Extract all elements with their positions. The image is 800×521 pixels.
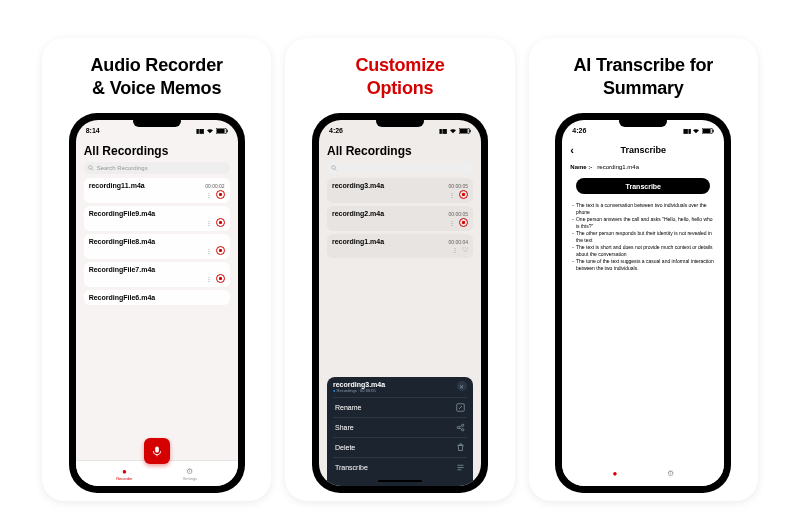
svg-line-4 xyxy=(92,169,94,171)
recording-name: recording11.m4a xyxy=(89,182,145,189)
more-icon[interactable]: ⋮ xyxy=(452,247,458,253)
tab-settings[interactable]: ⚙ Settings xyxy=(183,467,197,481)
recording-item[interactable]: RecordingFile7.m4a ⋮ xyxy=(84,262,230,287)
status-time: 8:14 xyxy=(86,127,100,134)
svg-point-3 xyxy=(88,166,92,170)
recording-item[interactable]: recording2.m4a00:00:05 ⋮ xyxy=(327,206,473,231)
search-icon xyxy=(88,165,94,171)
panel-transcribe: AI Transcribe for Summary 4:26 ▮▮▮ ‹ Tra… xyxy=(529,38,758,501)
panel-audio-recorder: Audio Recorder & Voice Memos 8:14 ▮▮▮ Al… xyxy=(42,38,271,501)
stop-icon[interactable] xyxy=(216,246,225,255)
sheet-share[interactable]: Share xyxy=(333,417,467,437)
stop-icon[interactable] xyxy=(459,190,468,199)
edit-icon xyxy=(456,403,465,412)
page-heading: All Recordings xyxy=(327,144,473,158)
status-time: 4:26 xyxy=(329,127,343,134)
status-time: 4:26 xyxy=(572,127,586,134)
search-placeholder: Search Recordings xyxy=(97,165,148,171)
record-button[interactable] xyxy=(144,438,170,464)
gear-icon: ⚙ xyxy=(667,469,674,478)
signal-icon: ▮▮▮ xyxy=(683,127,691,134)
notch xyxy=(619,115,667,127)
signal-icon: ▮▮▮ xyxy=(439,127,447,134)
share-icon xyxy=(456,423,465,432)
battery-icon xyxy=(216,128,228,134)
sheet-subtitle: ● Recordings · 00:00:05 xyxy=(333,388,385,393)
status-icons: ▮▮▮ xyxy=(439,127,471,134)
stop-icon[interactable] xyxy=(459,218,468,227)
recording-item[interactable]: recording3.m4a00:00:05 ⋮ xyxy=(327,178,473,203)
page-heading: All Recordings xyxy=(84,144,230,158)
wifi-icon xyxy=(449,128,457,134)
more-icon[interactable]: ⋮ xyxy=(206,192,212,198)
gear-icon: ⚙ xyxy=(186,467,193,476)
tab-settings[interactable]: ⚙ xyxy=(667,469,674,478)
recording-item[interactable]: recording1.m4a00:00:04 ⋮♡ xyxy=(327,234,473,258)
panel-title: Audio Recorder & Voice Memos xyxy=(91,54,223,99)
recording-item[interactable]: RecordingFile6.m4a xyxy=(84,290,230,305)
trash-icon xyxy=(456,443,465,452)
svg-rect-7 xyxy=(460,128,468,132)
recording-item[interactable]: RecordingFile9.m4a ⋮ xyxy=(84,206,230,231)
phone-frame: 4:26 ▮▮▮ All Recordings recording3.m4a00… xyxy=(312,113,488,493)
battery-icon xyxy=(459,128,471,134)
svg-point-13 xyxy=(457,426,459,428)
wifi-icon xyxy=(692,128,700,134)
panel-title: Customize Options xyxy=(355,54,444,99)
transcribe-button[interactable]: Transcribe xyxy=(576,178,710,194)
sheet-delete[interactable]: Delete xyxy=(333,437,467,457)
signal-icon: ▮▮▮ xyxy=(196,127,204,134)
recording-item[interactable]: RecordingFile8.m4a ⋮ xyxy=(84,234,230,259)
notch xyxy=(376,115,424,127)
search-input[interactable]: Search Recordings xyxy=(84,162,230,174)
search-input[interactable] xyxy=(327,162,473,174)
stop-icon[interactable] xyxy=(216,190,225,199)
more-icon[interactable]: ⋮ xyxy=(206,248,212,254)
mic-icon: ● xyxy=(612,469,617,478)
svg-point-14 xyxy=(462,429,464,431)
tab-recorder[interactable]: ● Recorder xyxy=(116,467,132,481)
back-button[interactable]: ‹ xyxy=(570,144,574,156)
tab-recorder[interactable]: ● xyxy=(612,469,617,478)
recording-duration: 00:00:02 xyxy=(205,183,224,189)
close-icon[interactable]: ✕ xyxy=(457,381,467,391)
panel-customize: Customize Options 4:26 ▮▮▮ All Recording… xyxy=(285,38,514,501)
phone-frame: 8:14 ▮▮▮ All Recordings Se xyxy=(69,113,245,493)
stop-icon[interactable] xyxy=(216,218,225,227)
file-name-row: Name :- recording1.m4a xyxy=(570,164,716,170)
svg-rect-16 xyxy=(703,128,711,132)
more-icon[interactable]: ⋮ xyxy=(449,220,455,226)
svg-rect-8 xyxy=(470,129,471,132)
recording-item[interactable]: recording11.m4a 00:00:02 ⋮ xyxy=(84,178,230,203)
status-icons: ▮▮▮ xyxy=(196,127,228,134)
svg-rect-1 xyxy=(217,128,225,132)
svg-rect-5 xyxy=(155,447,159,453)
more-icon[interactable]: ⋮ xyxy=(206,276,212,282)
page-title: Transcribe xyxy=(621,145,667,155)
sheet-transcribe[interactable]: Transcribe xyxy=(333,457,467,477)
action-sheet: recording3.m4a ● Recordings · 00:00:05 ✕… xyxy=(327,377,473,486)
wifi-icon xyxy=(206,128,214,134)
stop-icon[interactable] xyxy=(216,274,225,283)
lines-icon xyxy=(456,463,465,472)
sheet-title: recording3.m4a xyxy=(333,381,385,388)
svg-point-12 xyxy=(462,424,464,426)
battery-icon xyxy=(702,128,714,134)
summary-text: The text is a conversation between two i… xyxy=(570,202,716,272)
svg-rect-17 xyxy=(713,129,714,132)
svg-rect-2 xyxy=(226,129,227,132)
mic-icon: ● xyxy=(122,467,127,476)
notch xyxy=(133,115,181,127)
phone-frame: 4:26 ▮▮▮ ‹ Transcribe Name :- recording1… xyxy=(555,113,731,493)
recordings-list: recording11.m4a 00:00:02 ⋮ xyxy=(84,178,230,460)
recordings-list: recording3.m4a00:00:05 ⋮ recording2.m4a0… xyxy=(327,178,473,377)
svg-point-9 xyxy=(332,166,336,170)
svg-line-10 xyxy=(335,169,337,171)
status-icons: ▮▮▮ xyxy=(683,127,715,134)
search-icon xyxy=(331,165,337,171)
panel-title: AI Transcribe for Summary xyxy=(573,54,713,99)
heart-icon[interactable]: ♡ xyxy=(462,246,468,254)
more-icon[interactable]: ⋮ xyxy=(449,192,455,198)
more-icon[interactable]: ⋮ xyxy=(206,220,212,226)
sheet-rename[interactable]: Rename xyxy=(333,397,467,417)
